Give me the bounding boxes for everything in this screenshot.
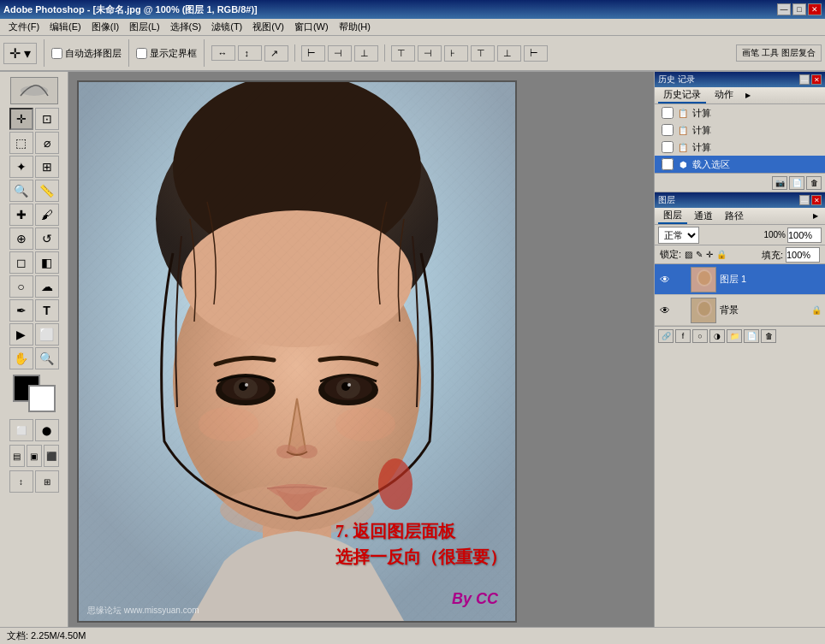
history-item-1[interactable]: 📋 计算 — [655, 104, 825, 121]
history-delete[interactable]: 🗑 — [806, 176, 822, 190]
align-btn-1[interactable]: ⊢ — [301, 45, 325, 62]
close-button[interactable]: ✕ — [808, 3, 822, 15]
transform-btn-2[interactable]: ↕ — [238, 45, 262, 61]
history-panel-minimize[interactable]: — — [799, 74, 810, 85]
history-snapshot-3[interactable] — [662, 141, 674, 153]
auto-select-checkbox[interactable]: 自动选择图层 — [51, 47, 122, 60]
distribute-btn-4[interactable]: ⊤ — [471, 45, 495, 62]
smudge-tool[interactable]: ☁ — [35, 275, 59, 298]
lock-position-icon[interactable]: ✛ — [706, 250, 713, 259]
distribute-btn-3[interactable]: ⊦ — [444, 45, 468, 62]
screen-mode-1[interactable]: ▤ — [9, 445, 25, 467]
distribute-btn-1[interactable]: ⊤ — [391, 45, 415, 62]
align-btn-3[interactable]: ⊥ — [354, 45, 378, 62]
fill-input[interactable] — [786, 247, 820, 263]
tab-paths[interactable]: 路径 — [720, 209, 749, 223]
minimize-button[interactable]: — — [777, 3, 791, 15]
hand-tool[interactable]: ✋ — [9, 347, 33, 369]
blend-mode-select[interactable]: 正常 — [658, 227, 699, 244]
artboard-tool[interactable]: ⊡ — [35, 108, 59, 130]
lock-image-icon[interactable]: ✎ — [696, 250, 703, 259]
history-snapshot-1[interactable] — [662, 107, 674, 119]
layers-fx-btn[interactable]: f — [675, 329, 691, 343]
opacity-input[interactable] — [787, 227, 822, 243]
layers-panel-close[interactable]: ✕ — [811, 195, 822, 205]
layers-panel-expand[interactable]: ▶ — [810, 210, 822, 222]
standard-mode[interactable]: ⬜ — [9, 419, 33, 441]
marquee-tool[interactable]: ⬚ — [9, 132, 33, 154]
brush-tool[interactable]: 🖌 — [35, 204, 59, 226]
layers-link-btn[interactable]: 🔗 — [658, 329, 674, 343]
ruler-tool[interactable]: 📏 — [35, 180, 59, 202]
lasso-tool[interactable]: ⌀ — [35, 132, 59, 154]
maximize-button[interactable]: □ — [792, 3, 806, 15]
menu-file[interactable]: 文件(F) — [3, 19, 45, 35]
canvas-image[interactable]: 7. 返回图层面板 选择一反向（很重要） By CC 思缘论坛 www.miss… — [79, 82, 515, 621]
layer-item-1[interactable]: 👁 图层 1 — [655, 264, 825, 295]
dodge-tool[interactable]: ○ — [9, 275, 33, 298]
lock-transparent-icon[interactable]: ▨ — [685, 250, 692, 259]
history-snapshot-2[interactable] — [662, 124, 674, 136]
menu-help[interactable]: 帮助(H) — [334, 19, 376, 35]
gradient-tool[interactable]: ◧ — [35, 251, 59, 274]
layer-item-bg[interactable]: 👁 背景 🔒 — [655, 295, 825, 326]
extra-tool-1[interactable]: ↕ — [9, 470, 33, 493]
layers-panel-minimize[interactable]: — — [799, 195, 810, 205]
menu-filter[interactable]: 滤镜(T) — [206, 19, 247, 35]
layer-bg-visibility[interactable]: 👁 — [658, 304, 672, 317]
align-btn-2[interactable]: ⊣ — [328, 45, 352, 62]
tab-actions[interactable]: 动作 — [709, 87, 739, 103]
history-panel-close[interactable]: ✕ — [811, 74, 822, 85]
background-color[interactable] — [28, 385, 56, 412]
history-item-3[interactable]: 📋 计算 — [655, 139, 825, 156]
magic-wand-tool[interactable]: ✦ — [9, 156, 33, 178]
menu-edit[interactable]: 编辑(E) — [45, 19, 86, 35]
move-tool[interactable]: ✛ — [9, 108, 33, 130]
show-bounds-checkbox[interactable]: 显示定界框 — [136, 47, 197, 60]
zoom-tool[interactable]: 🔍 — [35, 347, 59, 369]
pen-tool[interactable]: ✒ — [9, 299, 33, 322]
tab-channels[interactable]: 通道 — [689, 209, 718, 223]
distribute-btn-6[interactable]: ⊢ — [524, 45, 548, 62]
tool-options-btn[interactable]: 画笔 工具 图层复合 — [736, 44, 822, 62]
shape-tool[interactable]: ⬜ — [35, 323, 59, 346]
menu-window[interactable]: 窗口(W) — [289, 19, 334, 35]
history-new-snapshot[interactable]: 📷 — [772, 176, 787, 190]
layers-mask-btn[interactable]: ○ — [692, 329, 708, 343]
layer-1-visibility[interactable]: 👁 — [658, 273, 672, 287]
move-tool-btn[interactable]: ✛ ▾ — [3, 43, 37, 64]
clone-tool[interactable]: ⊕ — [9, 227, 33, 250]
screen-mode-2[interactable]: ▣ — [27, 445, 42, 467]
menu-select[interactable]: 选择(S) — [165, 19, 207, 35]
history-new-document[interactable]: 📄 — [789, 176, 804, 190]
quickmask-mode[interactable]: ⬤ — [35, 419, 59, 441]
history-snapshot-4[interactable] — [662, 158, 674, 170]
crop-tool[interactable]: ⊞ — [35, 156, 59, 178]
history-item-2[interactable]: 📋 计算 — [655, 121, 825, 139]
screen-mode-3[interactable]: ⬛ — [44, 445, 59, 467]
tab-history[interactable]: 历史记录 — [658, 87, 706, 103]
lock-all-icon[interactable]: 🔒 — [716, 250, 727, 259]
menu-layer[interactable]: 图层(L) — [124, 19, 164, 35]
layers-new-btn[interactable]: 📄 — [744, 329, 759, 343]
eraser-tool[interactable]: ◻ — [9, 251, 33, 274]
transform-btn-1[interactable]: ↔ — [211, 45, 235, 61]
show-bounds-input[interactable] — [136, 48, 147, 59]
distribute-btn-2[interactable]: ⊣ — [418, 45, 442, 62]
menu-view[interactable]: 视图(V) — [247, 19, 289, 35]
history-panel-expand[interactable]: ▶ — [742, 90, 754, 102]
transform-btn-3[interactable]: ↗ — [264, 45, 288, 62]
healing-tool[interactable]: ✚ — [9, 204, 33, 226]
history-brush-tool[interactable]: ↺ — [35, 227, 59, 250]
history-item-4[interactable]: ⬢ 载入选区 — [655, 156, 825, 173]
path-selection-tool[interactable]: ▶ — [9, 323, 33, 346]
layers-group-btn[interactable]: 📁 — [727, 329, 742, 343]
distribute-btn-5[interactable]: ⊥ — [497, 45, 521, 62]
extra-tool-2[interactable]: ⊞ — [35, 470, 59, 493]
text-tool[interactable]: T — [35, 299, 59, 322]
auto-select-input[interactable] — [51, 48, 62, 59]
layers-delete-btn[interactable]: 🗑 — [761, 329, 776, 343]
eyedropper-tool[interactable]: 🔍 — [9, 180, 33, 202]
layers-adjustment-btn[interactable]: ◑ — [709, 329, 725, 343]
tab-layers[interactable]: 图层 — [658, 208, 687, 224]
